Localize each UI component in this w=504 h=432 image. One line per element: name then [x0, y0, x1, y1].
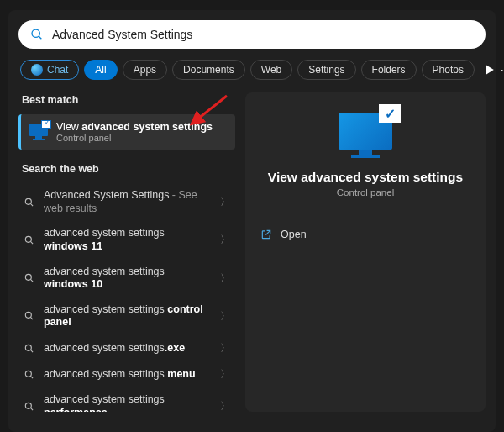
play-icon[interactable]	[485, 65, 495, 75]
svg-marker-2	[486, 65, 494, 75]
svg-line-16	[30, 376, 33, 378]
filter-row: Chat AllAppsDocumentsWebSettingsFoldersP…	[18, 59, 486, 81]
suggestion-text: advanced system settings control panel	[44, 303, 212, 329]
best-match-item[interactable]: View advanced system settings Control pa…	[18, 114, 235, 150]
svg-point-5	[25, 198, 31, 204]
search-icon	[24, 310, 35, 322]
chevron-right-icon: 〉	[220, 367, 230, 382]
chevron-right-icon: 〉	[220, 271, 230, 286]
preview-subtitle: Control panel	[259, 187, 472, 198]
divider	[259, 213, 472, 213]
search-icon	[24, 272, 35, 284]
best-match-title: View advanced system settings	[56, 121, 213, 133]
svg-line-1	[39, 36, 41, 39]
search-icon	[24, 234, 35, 246]
suggestion-text: advanced system settings windows 11	[44, 227, 212, 253]
bing-icon	[31, 64, 43, 76]
suggestion-text: Advanced System Settings - See web resul…	[44, 189, 212, 215]
svg-point-11	[25, 313, 31, 319]
svg-point-17	[25, 403, 31, 408]
search-icon	[24, 369, 35, 381]
preview-panel: ✓ View advanced system settings Control …	[245, 92, 486, 412]
svg-point-7	[25, 236, 31, 242]
svg-line-12	[30, 318, 33, 320]
svg-point-13	[25, 345, 31, 350]
chat-label: Chat	[47, 64, 68, 76]
search-icon	[24, 197, 35, 208]
search-icon	[24, 343, 35, 355]
open-action[interactable]: Open	[259, 225, 472, 244]
svg-point-0	[32, 29, 39, 37]
open-icon	[260, 229, 272, 240]
filter-folders[interactable]: Folders	[361, 60, 417, 80]
svg-line-18	[30, 408, 33, 410]
more-icon[interactable]: ⋯	[500, 62, 504, 78]
web-suggestion[interactable]: advanced system settings menu〉	[18, 361, 235, 387]
suggestion-text: advanced system settings.exe	[44, 342, 212, 356]
svg-line-8	[30, 241, 33, 244]
svg-line-6	[30, 203, 33, 206]
chevron-right-icon: 〉	[220, 309, 230, 324]
filter-documents[interactable]: Documents	[172, 60, 245, 80]
svg-line-10	[30, 280, 33, 282]
chevron-right-icon: 〉	[220, 233, 230, 247]
web-suggestion[interactable]: advanced system settings windows 11〉	[18, 221, 235, 259]
chevron-right-icon: 〉	[220, 195, 230, 209]
suggestion-text: advanced system settings menu	[44, 368, 212, 382]
open-label: Open	[281, 229, 307, 240]
search-input[interactable]	[52, 28, 474, 41]
search-panel: Chat AllAppsDocumentsWebSettingsFoldersP…	[8, 10, 496, 432]
web-suggestion[interactable]: advanced system settings.exe〉	[18, 335, 235, 361]
web-suggestion[interactable]: Advanced System Settings - See web resul…	[18, 183, 235, 221]
filter-settings[interactable]: Settings	[297, 60, 355, 80]
filter-apps[interactable]: Apps	[123, 60, 167, 80]
web-suggestion[interactable]: advanced system settings windows 10〉	[18, 260, 235, 298]
chevron-right-icon: 〉	[220, 341, 230, 356]
web-suggestion[interactable]: advanced system settings performance〉	[18, 387, 235, 412]
monitor-icon: ✓	[339, 113, 392, 158]
best-match-subtitle: Control panel	[56, 133, 213, 143]
results-column: Best match View advanced system settings…	[18, 92, 235, 412]
chat-pill[interactable]: Chat	[20, 60, 79, 80]
svg-point-15	[25, 371, 31, 377]
suggestion-text: advanced system settings performance	[44, 393, 212, 412]
search-icon	[30, 28, 44, 41]
search-web-label: Search the web	[22, 163, 235, 175]
preview-title: View advanced system settings	[259, 170, 472, 185]
search-icon	[24, 401, 35, 412]
web-suggestion[interactable]: advanced system settings control panel〉	[18, 298, 235, 335]
check-icon: ✓	[379, 104, 401, 123]
search-bar[interactable]	[18, 20, 486, 49]
svg-line-14	[30, 350, 33, 352]
suggestion-text: advanced system settings windows 10	[44, 266, 212, 292]
filter-web[interactable]: Web	[250, 60, 292, 80]
svg-point-9	[25, 274, 31, 280]
filter-all[interactable]: All	[84, 60, 117, 80]
filter-photos[interactable]: Photos	[422, 60, 475, 80]
chevron-right-icon: 〉	[220, 399, 230, 412]
monitor-icon	[29, 124, 48, 140]
best-match-label: Best match	[22, 94, 235, 106]
